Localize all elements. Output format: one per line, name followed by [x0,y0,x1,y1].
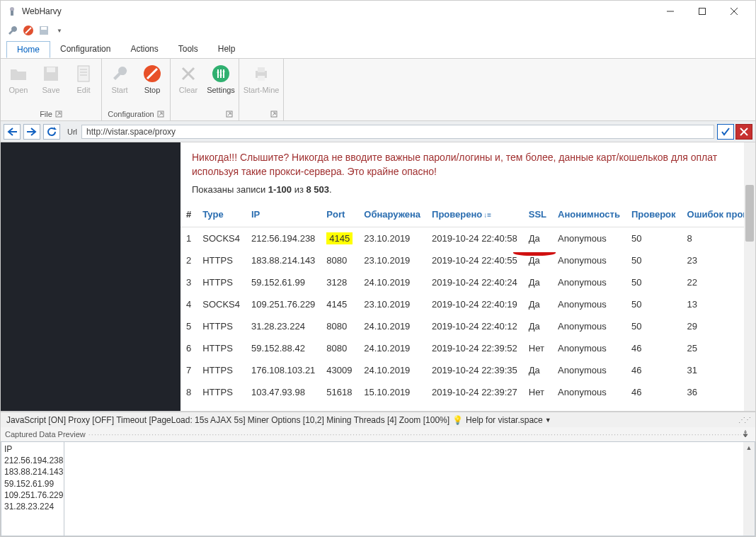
settings-button[interactable]: Settings [205,60,237,108]
dialog-launcher-icon[interactable] [226,111,233,118]
quick-access-toolbar: ▼ [1,22,755,39]
dialog-launcher-icon[interactable] [157,111,164,118]
settings-icon [210,63,231,84]
svg-rect-24 [220,69,222,78]
save-icon [40,63,62,84]
status-text: JavaScript [ON] Proxy [OFF] Timeout [Pag… [6,415,449,425]
side-panel [1,142,181,411]
svg-rect-32 [258,76,265,81]
vertical-scrollbar[interactable] [744,142,755,411]
table-row[interactable]: 1SOCKS4212.56.194.238414523.10.20192019-… [181,227,755,250]
url-label: Url [67,128,77,136]
start-mine-button[interactable]: Start-Mine [241,60,282,108]
start-button[interactable]: Start [103,60,136,108]
help-link[interactable]: Help for vistar.space [466,415,543,425]
maximize-button[interactable] [686,1,718,21]
stop-button[interactable]: Stop [136,60,168,108]
table-row[interactable]: 4SOCKS4109.251.76.229414523.10.20192019-… [181,293,755,315]
col-ssl[interactable]: SSL [523,202,552,227]
chevron-down-icon[interactable]: ▼ [545,417,551,424]
menu-configuration[interactable]: Configuration [50,41,120,57]
stop-small-icon[interactable] [22,24,35,37]
dropdown-icon[interactable]: ▼ [53,24,66,37]
url-go-button[interactable] [717,124,734,140]
open-button[interactable]: Open [2,60,35,108]
ribbon: Open Save Edit File Start Stop Configur [1,59,755,121]
table-header-row: # Type IP Port Обнаружена Проверено↓≡ SS… [181,202,755,227]
captured-column: IP 212.56.194.238183.88.214.14359.152.61… [1,441,64,536]
proxy-table: # Type IP Port Обнаружена Проверено↓≡ SS… [181,202,755,403]
menu-tools[interactable]: Tools [168,41,208,57]
scroll-up-icon[interactable]: ▲ [743,442,755,453]
folder-open-icon [8,63,29,84]
wrench-large-icon [109,63,130,84]
svg-point-28 [223,71,225,73]
table-row[interactable]: 3HTTPS59.152.61.99312824.10.20192019-10-… [181,271,755,293]
table-row[interactable]: 6HTTPS59.152.88.42808024.10.20192019-10-… [181,337,755,359]
svg-rect-9 [41,27,47,30]
captured-col-header: IP [4,443,61,455]
close-button[interactable] [718,1,750,21]
table-row[interactable]: 2HTTPS183.88.214.143808023.10.20192019-1… [181,249,755,271]
web-view: Никогда!!! Слышите? Никогда не вводите в… [181,142,755,411]
table-row[interactable]: 8HTTPS103.47.93.985161815.10.20192019-10… [181,381,755,403]
stop-icon [142,63,163,84]
svg-rect-12 [78,66,89,81]
captured-value: 59.152.61.99 [4,478,61,490]
menu-help[interactable]: Help [208,41,246,57]
window-title: WebHarvy [22,6,654,16]
document-edit-icon [73,63,94,84]
col-checked[interactable]: Проверено↓≡ [426,202,523,227]
pin-icon[interactable] [741,429,751,439]
svg-rect-3 [699,9,705,15]
menu-actions[interactable]: Actions [120,41,168,57]
svg-rect-31 [258,67,265,72]
url-input[interactable] [81,125,714,139]
captured-scrollbar[interactable]: ▲ [743,442,755,536]
ribbon-group-config-label: Configuration [108,110,154,118]
col-type[interactable]: Type [197,202,246,227]
col-ip[interactable]: IP [246,202,321,227]
annotation-underline [513,249,556,256]
captured-value: 109.251.76.229 [4,490,61,501]
minimize-button[interactable] [654,1,686,21]
reload-button[interactable] [43,124,60,140]
svg-point-26 [217,72,219,74]
records-summary: Показаны записи 1-100 из 8 503. [181,184,755,202]
captured-value: 31.28.23.224 [4,501,61,512]
url-bar: Url [1,121,755,142]
menu-bar: Home Configuration Actions Tools Help [1,39,755,59]
sort-desc-icon: ↓≡ [483,211,491,219]
main-split: Никогда!!! Слышите? Никогда не вводите в… [1,142,755,412]
save-small-icon[interactable] [38,24,50,37]
table-row[interactable]: 7HTTPS176.108.103.214300924.10.20192019-… [181,359,755,381]
captured-right-panel: ▲ [64,441,755,536]
dialog-launcher-icon[interactable] [270,111,277,118]
forward-button[interactable] [23,124,40,140]
menu-home[interactable]: Home [6,41,50,58]
col-index[interactable]: # [181,202,197,227]
svg-point-27 [220,74,222,77]
col-anon[interactable]: Анонимность [552,202,626,227]
col-checks[interactable]: Проверок [626,202,682,227]
bulb-icon: 💡 [452,415,463,425]
window-titlebar: WebHarvy [1,1,755,22]
col-port[interactable]: Port [321,202,358,227]
edit-button[interactable]: Edit [67,60,100,108]
printer-icon [251,63,272,84]
app-icon [6,6,18,17]
col-found[interactable]: Обнаружена [358,202,426,227]
scrollbar-thumb[interactable] [745,185,754,242]
url-stop-button[interactable] [735,124,752,140]
captured-value: 183.88.214.143 [4,466,61,477]
captured-data-body: IP 212.56.194.238183.88.214.14359.152.61… [1,441,755,536]
table-row[interactable]: 5HTTPS31.28.23.224808024.10.20192019-10-… [181,315,755,337]
warning-text: Никогда!!! Слышите? Никогда не вводите в… [181,142,755,184]
clear-button[interactable]: Clear [172,60,205,108]
status-bar: JavaScript [ON] Proxy [OFF] Timeout [Pag… [1,412,755,427]
dialog-launcher-icon[interactable] [55,111,62,118]
wrench-icon[interactable] [6,24,19,37]
save-button[interactable]: Save [35,60,67,108]
ribbon-group-file-label: File [40,110,52,118]
back-button[interactable] [4,124,21,140]
